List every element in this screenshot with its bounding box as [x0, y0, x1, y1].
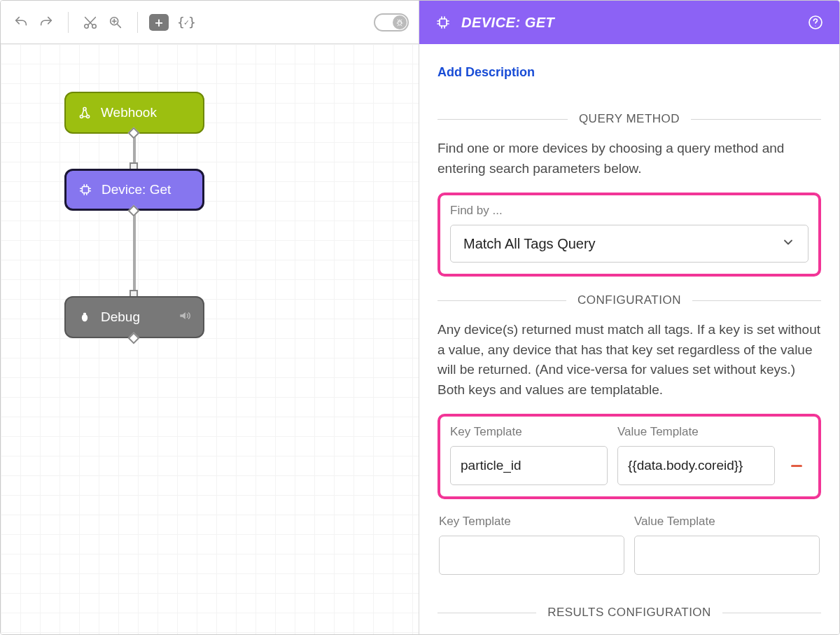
query-method-help: Find one or more devices by choosing a q…: [438, 139, 821, 179]
bug-icon: [77, 310, 92, 324]
node-label: Device: Get: [102, 182, 171, 197]
tag-row: [450, 446, 808, 485]
undo-button[interactable]: [10, 12, 31, 33]
redo-button[interactable]: [36, 12, 57, 33]
find-by-select[interactable]: Match All Tags Query: [450, 225, 808, 263]
section-heading-results: RESULTS CONFIGURATION: [438, 606, 821, 620]
key-template-label: Key Template: [439, 515, 624, 529]
chip-icon: [78, 182, 93, 197]
app-root: ＋ {✓} Webhook: [0, 0, 840, 635]
node-label: Debug: [101, 309, 140, 325]
template-braces-icon[interactable]: {✓}: [173, 15, 200, 29]
svg-line-3: [118, 24, 121, 27]
svg-rect-12: [83, 313, 86, 315]
add-node-button[interactable]: ＋: [149, 14, 169, 31]
svg-rect-10: [82, 186, 88, 193]
property-panel: DEVICE: GET Add Description QUERY METHOD…: [419, 1, 839, 634]
section-heading-configuration: CONFIGURATION: [438, 293, 821, 307]
flow-edge: [133, 210, 136, 296]
toolbar-separator: [137, 12, 138, 33]
svg-point-6: [398, 20, 402, 25]
toolbar: ＋ {✓}: [1, 1, 419, 44]
zoom-button[interactable]: [105, 12, 126, 33]
help-button[interactable]: [807, 14, 824, 31]
debug-toggle[interactable]: [374, 13, 409, 32]
node-debug[interactable]: Debug: [64, 296, 204, 338]
value-template-input[interactable]: [617, 446, 775, 485]
canvas-pane: ＋ {✓} Webhook: [1, 1, 419, 634]
section-heading-query-method: QUERY METHOD: [438, 112, 821, 126]
highlighted-query-method: Find by ... Match All Tags Query: [438, 193, 821, 277]
value-template-label: Value Template: [617, 425, 775, 439]
cut-button[interactable]: [80, 12, 101, 33]
svg-point-11: [82, 314, 88, 321]
remove-row-button[interactable]: [785, 454, 808, 477]
key-template-input[interactable]: [439, 536, 624, 575]
toolbar-separator: [68, 12, 69, 33]
find-by-label: Find by ...: [450, 204, 808, 218]
section-heading-text: QUERY METHOD: [579, 112, 680, 126]
svg-point-15: [815, 25, 816, 26]
sound-icon: [178, 309, 192, 326]
highlighted-tag-row: Key Template Value Template: [438, 414, 821, 499]
node-label: Webhook: [101, 105, 157, 120]
section-heading-text: RESULTS CONFIGURATION: [547, 606, 711, 620]
value-template-label: Value Template: [634, 515, 820, 529]
flow-canvas[interactable]: Webhook Device: Get Debug: [1, 44, 419, 634]
tag-row: [439, 536, 820, 575]
svg-rect-13: [440, 19, 447, 26]
panel-title: DEVICE: GET: [461, 15, 554, 31]
panel-body: Add Description QUERY METHOD Find one or…: [419, 44, 839, 634]
select-value: Match All Tags Query: [463, 236, 596, 252]
webhook-icon: [77, 105, 92, 120]
section-heading-text: CONFIGURATION: [578, 293, 681, 307]
chip-icon: [435, 14, 451, 31]
panel-header: DEVICE: GET: [419, 1, 839, 44]
key-template-input[interactable]: [450, 446, 608, 485]
tag-row-empty: Key Template Value Template: [438, 515, 821, 575]
value-template-input[interactable]: [634, 536, 820, 575]
add-description-link[interactable]: Add Description: [438, 65, 535, 80]
chevron-down-icon: [781, 235, 795, 253]
configuration-help: Any device(s) returned must match all ta…: [438, 320, 821, 400]
node-device-get[interactable]: Device: Get: [64, 169, 204, 211]
key-template-label: Key Template: [450, 425, 608, 439]
